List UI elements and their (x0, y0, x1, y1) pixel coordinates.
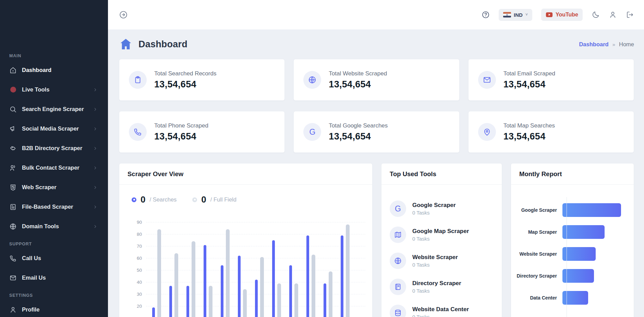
sidebar-item-social-media-scraper[interactable]: Social Media Scraper (0, 119, 108, 138)
chevron-right-icon (93, 87, 98, 92)
stat-value: 13,54,654 (154, 131, 208, 142)
g-phone-icon (129, 123, 147, 141)
dark-mode-toggle[interactable] (592, 11, 600, 19)
bar-full-field-6 (243, 289, 247, 317)
bar-full-field-10 (312, 255, 315, 317)
india-flag-icon (503, 12, 511, 17)
stat-card-total-email-scraped: Total Email Scraped13,54,654 (468, 59, 634, 101)
data-center-icon (390, 305, 406, 317)
envelope-icon (9, 274, 17, 282)
legend-dot-icon (192, 197, 197, 202)
bar-full-field-2 (174, 253, 178, 317)
y-axis-tick: 40 (127, 280, 142, 285)
legend-item-1: 0/ Full Field (192, 194, 236, 205)
legend-dot-icon (132, 197, 136, 202)
monthly-report-header: Montly Report (511, 163, 634, 185)
bar-full-field-5 (226, 229, 230, 317)
sidebar-item-label: Bulk Contact Scraper (22, 164, 93, 171)
stat-card-total-map-searches: Total Map Searches13,54,654 (468, 111, 634, 153)
scraper-overview-panel: Scraper Over View 0/ Searches0/ Full Fie… (119, 163, 373, 317)
globe-icon (303, 71, 321, 89)
chevron-right-icon (93, 205, 98, 209)
legend-item-0: 0/ Searches (132, 194, 177, 205)
sidebar-item-search-engine-scraper[interactable]: Search Engine Scraper (0, 99, 108, 119)
sidebar-item-domain-tools[interactable]: Domain Tools (0, 217, 108, 236)
bar-searches-10 (306, 235, 309, 317)
tool-item-google-map-scraper[interactable]: Google Map Scraper0 Tasks (381, 222, 502, 248)
sidebar-item-email-us[interactable]: Email Us (0, 268, 108, 288)
sidebar-item-live-tools[interactable]: Live Tools (0, 80, 108, 99)
sidebar-item-bulk-contact-scraper[interactable]: Bulk Contact Scraper (0, 158, 108, 178)
clipboard-icon (129, 71, 147, 89)
sidebar-item-label: Search Engine Scraper (22, 106, 93, 112)
profile-button[interactable] (609, 11, 617, 19)
chevron-down-icon: ˅ (525, 12, 528, 17)
globe-icon (9, 223, 17, 230)
scraper-overview-title: Scraper Over View (127, 170, 183, 178)
y-axis-tick: 60 (127, 256, 142, 261)
stat-label: Total Map Searches (503, 122, 555, 129)
moon-icon (592, 11, 600, 19)
sidebar-collapse-button[interactable] (119, 10, 128, 19)
y-axis-tick: 50 (127, 268, 142, 273)
tool-title: Website Scraper (412, 254, 458, 261)
tool-item-google-scraper[interactable]: GGoogle Scraper0 Tasks (381, 196, 502, 222)
y-axis-tick: 20 (127, 304, 142, 309)
monthly-row-website-scraper: Website Scraper (511, 243, 634, 265)
scraper-overview-header: Scraper Over View (119, 163, 372, 185)
grouped-bar-chart: 9080706050403020 (127, 210, 365, 317)
bar-full-field-11 (329, 271, 332, 317)
sidebar-item-web-scraper[interactable]: Web Scraper (0, 178, 108, 197)
logout-button[interactable] (626, 11, 634, 19)
breadcrumb-dashboard-link[interactable]: Dashboard (579, 41, 608, 48)
monthly-report-panel: Montly Report Google ScraperMap ScraperW… (511, 163, 634, 317)
file-lines-icon (9, 203, 17, 211)
help-button[interactable] (482, 11, 490, 19)
directory-icon (390, 279, 406, 295)
monthly-bar-label: Google Scraper (511, 207, 562, 213)
sidebar-item-b2b-directory-scraper[interactable]: B2B Directory Scraper (0, 138, 108, 158)
monthly-row-map-scraper: Map Scraper (511, 221, 634, 243)
stat-card-total-google-searches: GTotal Google Searches13,54,654 (293, 111, 459, 153)
top-used-tools-header: Top Used Tools (381, 163, 502, 185)
y-axis-tick: 30 (127, 292, 142, 297)
tool-item-website-scraper[interactable]: Website Scraper0 Tasks (381, 248, 502, 274)
sidebar-item-file-based-scraper[interactable]: File-Based Scraper (0, 197, 108, 217)
sidebar-item-label: Dashboard (22, 67, 98, 73)
horizontal-bar-chart: Google ScraperMap ScraperWebsite Scraper… (511, 185, 634, 309)
sidebar: MAINDashboardLive ToolsSearch Engine Scr… (0, 0, 108, 317)
breadcrumb-home-link[interactable]: Home (619, 41, 634, 48)
monthly-bar (562, 247, 596, 261)
record-dot-icon (9, 86, 17, 94)
sidebar-item-dashboard[interactable]: Dashboard (0, 60, 108, 80)
monthly-bar-label: Website Scraper (511, 251, 562, 257)
bar-searches-2 (169, 286, 172, 317)
home-solid-icon (119, 37, 133, 51)
youtube-button[interactable]: YouTube (541, 9, 583, 21)
breadcrumb-separator: » (612, 41, 615, 47)
chevron-right-icon (93, 224, 98, 229)
tools-list: GGoogle Scraper0 TasksGoogle Map Scraper… (381, 185, 502, 317)
y-axis-tick: 80 (127, 232, 142, 237)
monthly-bar (562, 269, 594, 283)
chevron-right-icon (93, 146, 98, 151)
map-pin-icon (478, 123, 496, 141)
dashboard-app: MAINDashboardLive ToolsSearch Engine Scr… (0, 0, 644, 317)
chart-legend: 0/ Searches0/ Full Field (119, 185, 372, 205)
stat-label: Total Google Searches (329, 122, 388, 129)
sidebar-item-profile[interactable]: Profile (0, 300, 108, 317)
stat-label: Total Email Scraped (503, 70, 555, 77)
g-letter-icon: G (303, 123, 321, 141)
sidebar-item-label: Social Media Scraper (22, 125, 93, 132)
tool-item-website-data-center[interactable]: Website Data Center0 Tasks (381, 300, 502, 317)
tool-item-directory-scraper[interactable]: Directory Scraper0 Tasks (381, 274, 502, 300)
page-title-group: Dashboard (119, 37, 187, 51)
sidebar-item-call-us[interactable]: Call Us (0, 248, 108, 268)
bar-searches-4 (204, 245, 206, 317)
language-selector[interactable]: IND ˅ (499, 9, 532, 21)
sidebar-item-label: Call Us (22, 255, 98, 261)
sidebar-section-label: SETTINGS (9, 293, 108, 298)
logout-icon (626, 11, 634, 19)
stat-value: 13,54,654 (154, 79, 216, 90)
gridline (146, 222, 365, 222)
